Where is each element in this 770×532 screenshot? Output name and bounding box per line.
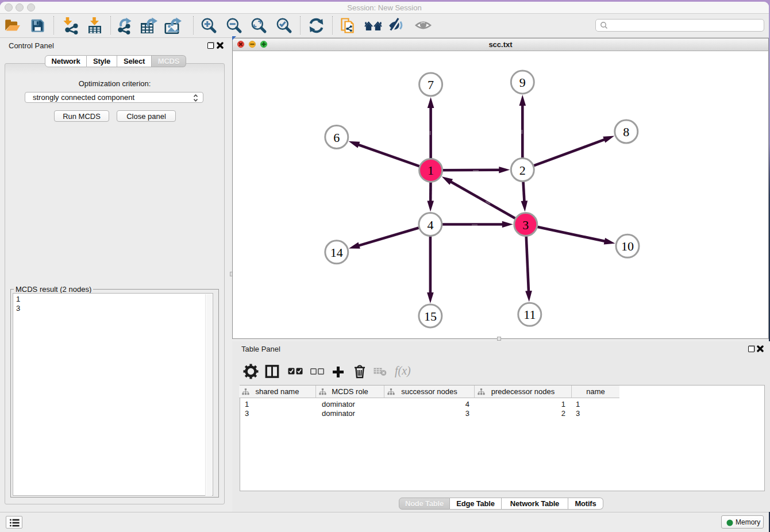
svg-text:4: 4	[427, 218, 433, 232]
svg-text:8: 8	[623, 125, 629, 139]
svg-text:7: 7	[428, 78, 434, 92]
svg-text:6: 6	[333, 130, 340, 145]
svg-text:1: 1	[428, 163, 434, 178]
svg-text:3: 3	[522, 218, 529, 232]
svg-text:10: 10	[621, 239, 634, 253]
svg-text:9: 9	[519, 75, 526, 90]
svg-text:14: 14	[330, 245, 343, 260]
svg-text:11: 11	[523, 307, 536, 322]
svg-text:2: 2	[519, 163, 526, 178]
svg-text:15: 15	[424, 309, 437, 323]
